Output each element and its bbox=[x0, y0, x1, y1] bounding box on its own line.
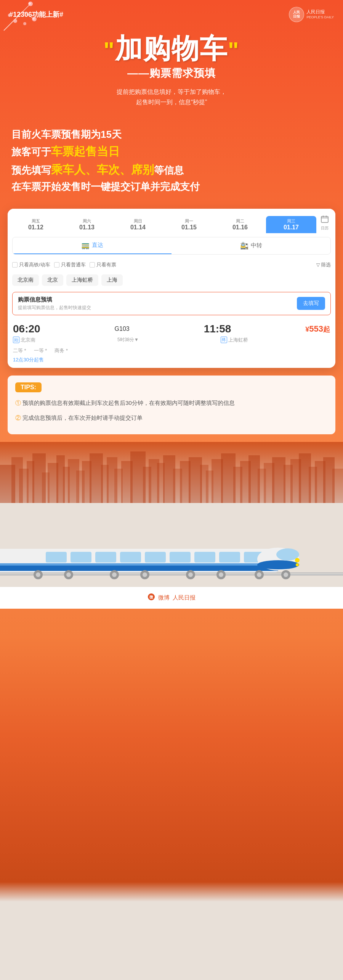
logo-area: 人民日报 人民日报 PEOPLE'S DAILY bbox=[289, 7, 334, 22]
sale-time: 12点30分起售 bbox=[13, 356, 330, 363]
svg-point-93 bbox=[284, 572, 288, 577]
svg-point-81 bbox=[66, 572, 71, 577]
class-second: 二等 * bbox=[13, 347, 26, 354]
arr-station-name: 上海虹桥 bbox=[228, 337, 248, 343]
date-tab-0[interactable]: 周五 01.12 bbox=[11, 216, 61, 233]
checkbox-youpiao bbox=[90, 262, 95, 268]
svg-rect-56 bbox=[332, 469, 343, 503]
train-sub-row: 始 北京南 5时38分▼ 终 上海虹桥 bbox=[13, 337, 330, 343]
type-transfer-btn[interactable]: 🚉 中转 bbox=[172, 237, 330, 254]
logo-circle: 人民日报 bbox=[289, 7, 304, 22]
type-direct-btn[interactable]: 🚃 直达 bbox=[13, 237, 172, 254]
hero-title-text: 加购物车 bbox=[115, 33, 228, 64]
tip-num-2: ② bbox=[15, 414, 21, 421]
hero-desc-line2: 起售时间一到，信息“秒提” bbox=[11, 97, 332, 107]
checkbox-gaotie bbox=[12, 262, 18, 268]
tip-item-2: ② 完成信息预填后，在车次开始时请手动提交订单 bbox=[15, 413, 328, 423]
svg-point-89 bbox=[219, 572, 223, 577]
skyline-svg bbox=[0, 442, 343, 503]
to-station-1[interactable]: 上海虹桥 bbox=[66, 274, 98, 286]
hero-subtitle-text: ——购票需求预填 bbox=[127, 67, 216, 79]
tips-header: TIPS: bbox=[15, 382, 42, 392]
class-first: 一等 * bbox=[34, 347, 47, 354]
tip-item-1: ① 预填的购票信息有效期截止到车次起售后30分钟，在有效期内可随时调整填写的信息 bbox=[15, 398, 328, 408]
svg-point-85 bbox=[143, 572, 147, 577]
svg-rect-39 bbox=[189, 457, 202, 503]
prefill-text-block: 购票信息预填 提前填写购票信息，起售时快速提交 bbox=[18, 296, 91, 311]
svg-rect-71 bbox=[219, 552, 240, 563]
tip-text-2: 完成信息预填后，在车次开始时请手动提交订单 bbox=[22, 414, 143, 421]
calendar-icon[interactable]: 日历 bbox=[317, 213, 332, 233]
svg-point-6 bbox=[29, 2, 31, 5]
date-tab-4[interactable]: 周二 01.16 bbox=[215, 216, 265, 233]
train-middle: G103 bbox=[115, 326, 130, 332]
from-label-badge: 始 bbox=[13, 337, 19, 343]
to-station-2[interactable]: 上海 bbox=[101, 274, 123, 286]
svg-point-74 bbox=[257, 560, 299, 569]
train-svg bbox=[0, 503, 343, 587]
price-prefix: ¥ bbox=[305, 326, 309, 333]
svg-rect-66 bbox=[95, 552, 116, 563]
filter-putong[interactable]: 只看普通车 bbox=[54, 261, 86, 268]
filter-gaotie[interactable]: 只看高铁/动车 bbox=[12, 261, 50, 268]
svg-rect-27 bbox=[90, 453, 103, 503]
class-row: 二等 * 一等 * 商务 * bbox=[13, 347, 330, 354]
svg-rect-65 bbox=[71, 552, 91, 563]
filter-bar: 只看高铁/动车 只看普通车 只看有票 ▽ 筛选 bbox=[8, 258, 335, 271]
from-station-name: 北京南 bbox=[21, 337, 35, 343]
tip-text-1: 预填的购票信息有效期截止到车次起售后30分钟，在有效期内可随时调整填写的信息 bbox=[22, 400, 235, 406]
prefill-title: 购票信息预填 bbox=[18, 296, 91, 303]
arrival-station-label: 终 上海虹桥 bbox=[221, 337, 248, 343]
date-tab-5[interactable]: 周三 01.17 bbox=[266, 216, 316, 233]
svg-point-79 bbox=[36, 572, 40, 577]
train-duration: 5时38分▼ bbox=[117, 337, 139, 343]
svg-rect-69 bbox=[170, 552, 191, 563]
svg-rect-62 bbox=[0, 565, 278, 571]
class-business: 商务 * bbox=[54, 347, 68, 354]
svg-text:微: 微 bbox=[149, 595, 154, 599]
date-tabs-row: 周五 01.12 周六 01.13 周日 01.14 周一 01.15 周二 0… bbox=[8, 209, 335, 233]
svg-rect-59 bbox=[0, 572, 343, 573]
type-direct-label: 直达 bbox=[92, 242, 103, 249]
filter-youpiao[interactable]: 只看有票 bbox=[90, 261, 116, 268]
svg-rect-49 bbox=[272, 457, 285, 503]
departure-time: 06:20 bbox=[13, 323, 40, 335]
prefill-banner: 购票信息预填 提前填写购票信息，起售时快速提交 去填写 bbox=[12, 292, 331, 315]
date-tab-2[interactable]: 周日 01.14 bbox=[113, 216, 163, 233]
svg-rect-64 bbox=[46, 552, 67, 563]
weibo-icon: 微 bbox=[147, 593, 155, 603]
svg-point-77 bbox=[296, 563, 299, 566]
feature-line1: 目前火车票预售期为15天 bbox=[11, 127, 332, 143]
filter-more-btn[interactable]: ▽ 筛选 bbox=[316, 261, 331, 268]
hero-section: "加购物车" ——购票需求预填 提前把购票信息填好，等于加了购物车， 起售时间一… bbox=[0, 26, 343, 119]
svg-rect-68 bbox=[145, 552, 166, 563]
feature-highlight: 乘车人、车次、席别 bbox=[51, 163, 154, 176]
logo-name: 人民日报 bbox=[306, 9, 334, 15]
svg-rect-10 bbox=[321, 216, 328, 222]
route-bar: 北京南 北京 上海虹桥 上海 bbox=[8, 271, 335, 289]
svg-rect-60 bbox=[0, 575, 343, 575]
from-station-2[interactable]: 北京 bbox=[42, 274, 63, 286]
train-entry: 06:20 G103 11:58 ¥553起 始 北京南 5时38分▼ 终 上海… bbox=[8, 318, 335, 368]
svg-rect-67 bbox=[120, 552, 141, 563]
hero-desc: 提前把购票信息填好，等于加了购物车， 起售时间一到，信息“秒提” bbox=[11, 87, 332, 107]
prefill-go-button[interactable]: 去填写 bbox=[297, 297, 325, 310]
calendar-label: 日历 bbox=[319, 226, 331, 231]
date-tab-1[interactable]: 周六 01.13 bbox=[62, 216, 112, 233]
hashtag-text: #12306功能上新# bbox=[9, 10, 63, 19]
footer-account: 人民日报 bbox=[173, 594, 196, 601]
train-illustration bbox=[0, 503, 343, 587]
arr-label-badge: 终 bbox=[221, 337, 227, 343]
from-station-1[interactable]: 北京南 bbox=[12, 274, 39, 286]
date-tab-3[interactable]: 周一 01.15 bbox=[164, 216, 214, 233]
svg-rect-70 bbox=[194, 552, 215, 563]
feature-line4: 在车票开始发售时一键提交订单并完成支付 bbox=[11, 179, 332, 195]
tips-section: TIPS: ① 预填的购票信息有效期截止到车次起售后30分钟，在有效期内可随时调… bbox=[8, 376, 335, 434]
checkbox-putong bbox=[54, 262, 59, 268]
arrival-time: 11:58 bbox=[204, 323, 231, 335]
logo-text: 人民日报 PEOPLE'S DAILY bbox=[306, 9, 334, 19]
train-icon: 🚃 bbox=[81, 241, 90, 250]
hashtag-label: #12306功能上新# bbox=[9, 10, 63, 19]
logo-sub: PEOPLE'S DAILY bbox=[306, 15, 334, 20]
from-station-label: 始 北京南 bbox=[13, 337, 35, 343]
